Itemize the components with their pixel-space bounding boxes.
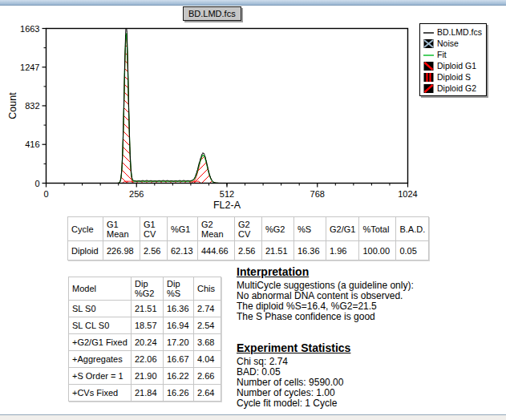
experiment-statistics-heading: Experiment Statistics (237, 341, 501, 354)
y-tick-label: 832 (25, 101, 39, 111)
table-header-cell: %S (294, 217, 326, 241)
table-cell: 16.22 (164, 368, 194, 385)
model-row: +G2/G1 Fixed20.2417.203.68 (69, 334, 221, 351)
diploid-g2-peak (184, 155, 221, 184)
legend-item: Diploid G1 (423, 60, 484, 71)
table-cell: +Aggregates (69, 351, 132, 368)
table-header-cell: %G1 (168, 217, 198, 241)
x-tick-label: 1024 (398, 189, 417, 199)
table-cell: +CVs Fixed (69, 385, 132, 402)
x-tick-label: 768 (310, 189, 325, 199)
table-cell: 226.98 (103, 241, 140, 260)
y-tick-label: 416 (25, 139, 39, 149)
experiment-statistics-text: Chi sq: 2.74BAD: 0.05Number of cells: 95… (237, 357, 501, 409)
table-cell: 444.66 (198, 241, 235, 260)
window-bottom-strip (0, 414, 506, 420)
black-line-icon (423, 27, 434, 38)
legend-item-label: Fit (437, 50, 447, 59)
noise-crosshatch-icon (423, 38, 434, 49)
legend-item-label: BD.LMD.fcs (437, 27, 482, 37)
table-cell: +S Order = 1 (69, 368, 132, 385)
table-cell: 100.00 (359, 241, 396, 260)
x-tick-label: 0 (43, 189, 48, 199)
table-header-cell: B.A.D. (396, 217, 429, 241)
x-tick-label: 512 (220, 189, 234, 199)
text-line: Cycle fit model: 1 Cycle (237, 398, 501, 409)
table-header-row: CycleG1 MeanG1 CV%G1G2 MeanG2 CV%G2%SG2/… (68, 217, 429, 241)
y-tick-label: 1247 (20, 63, 39, 72)
chart-legend: BD.LMD.fcsNoiseFitDiploid G1Diploid SDip… (419, 23, 487, 96)
table-header-cell: G2/G1 (326, 217, 359, 241)
model-row: +Aggregates22.0616.674.04 (69, 351, 221, 368)
x-axis-title: FL2-A (213, 200, 241, 211)
experiment-statistics-section: Experiment Statistics Chi sq: 2.74BAD: 0… (237, 341, 501, 409)
table-cell: 2.66 (194, 368, 221, 385)
green-line-icon (423, 50, 434, 60)
table-cell: 2.64 (194, 385, 221, 402)
table-header-cell: Dip %G2 (132, 277, 164, 301)
model-row: SL CL S018.5716.942.54 (69, 317, 221, 334)
diploid-g1-peak (117, 35, 136, 184)
cycle-statistics-table: CycleG1 MeanG1 CV%G1G2 MeanG2 CV%G2%SG2/… (67, 216, 429, 260)
raw-data-trace (47, 29, 408, 184)
cycle-row: Diploid226.982.5662.13444.662.5621.5116.… (68, 241, 429, 260)
interpretation-text: MultiCycle suggestions (a guideline only… (237, 281, 501, 322)
table-cell: 22.06 (132, 351, 164, 368)
legend-item-label: Diploid G2 (437, 83, 476, 93)
table-cell: 4.04 (194, 351, 221, 368)
y-tick-label: 0 (34, 179, 39, 188)
table-header-cell: G2 Mean (198, 217, 235, 241)
report-page: BD.LMD.fcs 04168321247166302565127681024… (0, 0, 506, 420)
table-cell: 21.51 (262, 241, 294, 260)
table-cell: 16.26 (164, 385, 194, 402)
table-cell: 16.94 (164, 317, 194, 334)
table-cell: 2.56 (140, 241, 168, 260)
table-cell: 17.20 (164, 334, 194, 351)
table-cell: SL S0 (69, 301, 132, 317)
model-row: +CVs Fixed21.8416.262.64 (69, 385, 221, 402)
table-cell: 62.13 (168, 241, 198, 260)
table-cell: 21.90 (132, 368, 164, 385)
table-header-cell: Dip %S (164, 277, 194, 301)
model-row: +S Order = 121.9016.222.66 (69, 368, 221, 385)
plot-frame (47, 29, 408, 184)
table-cell: 0.05 (396, 241, 429, 260)
legend-item-label: Diploid S (437, 72, 471, 82)
y-tick-label: 1663 (20, 24, 39, 34)
table-cell: 2.56 (235, 241, 262, 260)
text-line: The S Phase confidence is good (237, 312, 501, 322)
interpretation-heading: Interpretation (237, 265, 501, 278)
table-cell: 20.24 (132, 334, 164, 351)
table-header-cell: Cycle (68, 217, 103, 241)
table-cell: 16.36 (294, 241, 326, 260)
table-cell: 2.54 (194, 317, 221, 334)
legend-item: BD.LMD.fcs (423, 26, 484, 38)
table-header-cell: G1 CV (140, 217, 168, 241)
table-cell: 21.84 (132, 385, 164, 402)
table-header-cell: G1 Mean (103, 217, 140, 241)
table-header-cell: %Total (359, 217, 396, 241)
hatch-forwardslash-icon (423, 83, 434, 94)
table-cell: 2.74 (194, 301, 221, 317)
table-header-cell: G2 CV (235, 217, 262, 241)
table-cell: +G2/G1 Fixed (69, 334, 132, 351)
interpretation-section: Interpretation MultiCycle suggestions (a… (237, 265, 501, 322)
model-fit-table: ModelDip %G2Dip %SChisSL S021.5116.362.7… (68, 277, 221, 402)
table-cell: 21.51 (132, 301, 164, 317)
hatch-vertical-icon (423, 72, 434, 83)
table-cell: 18.57 (132, 317, 164, 334)
legend-item-label: Noise (437, 38, 459, 48)
table-header-cell: %G2 (262, 217, 294, 241)
model-row: SL S021.5116.362.74 (69, 301, 221, 317)
table-cell: 1.96 (326, 241, 359, 260)
x-tick-label: 256 (129, 189, 144, 199)
legend-item: Noise (423, 38, 484, 49)
table-cell: Diploid (68, 241, 103, 260)
legend-item-label: Diploid G1 (437, 61, 476, 71)
legend-item: Diploid S (423, 71, 484, 83)
legend-item: Diploid G2 (423, 83, 484, 94)
y-axis-title: Count (7, 92, 18, 119)
table-header-cell: Model (69, 277, 132, 301)
table-cell: SL CL S0 (69, 317, 132, 334)
hatch-backslash-icon (423, 61, 434, 71)
